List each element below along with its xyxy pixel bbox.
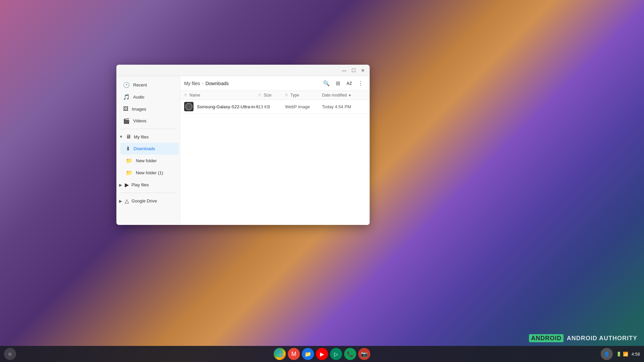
search-icon: 🔍: [323, 80, 330, 86]
sidebar-myfiles-label: My files: [134, 134, 149, 139]
taskbar-left: ○: [4, 348, 16, 360]
googledrive-expand-arrow: ▶: [119, 199, 122, 203]
breadcrumb-separator: ›: [202, 81, 203, 86]
watermark-authority: ANDROID AUTHORITY: [567, 335, 637, 342]
taskbar-right: 👤 🔋 📶 4:58: [601, 348, 640, 360]
playfiles-icon: ▶: [125, 182, 129, 188]
launcher-icon: ○: [8, 351, 12, 358]
file-row[interactable]: Ssmsung-Galaxy-S22-Ultra-in-front-of-pai…: [180, 100, 370, 114]
downloads-icon: ⬇: [126, 145, 130, 152]
file-name: Ssmsung-Galaxy-S22-Ultra-in-front-of-pai…: [197, 104, 258, 109]
col-type-grip: ⠿: [285, 93, 288, 98]
maximize-button[interactable]: ☐: [350, 66, 358, 74]
audio-icon: 🎵: [123, 94, 130, 100]
myfiles-folder-icon: 🖥: [126, 134, 131, 140]
file-list-header: ⠿ Name ⠿ Size ⠿ Type Date modified ▼: [180, 91, 370, 100]
col-size-label: Size: [264, 93, 271, 98]
recent-icon: 🕐: [123, 82, 130, 88]
avatar-icon: 👤: [604, 351, 609, 357]
launcher-button[interactable]: ○: [4, 348, 16, 360]
taskbar-camera[interactable]: 📷: [358, 348, 370, 360]
window-controls: — ☐ ✕: [340, 66, 367, 74]
taskbar-gmail[interactable]: M: [288, 348, 300, 360]
sidebar-item-new-folder-1[interactable]: 📁 New folder (1): [120, 167, 178, 179]
col-modified-label: Date modified: [322, 93, 347, 98]
sidebar-item-recent[interactable]: 🕐 Recent: [118, 79, 178, 91]
file-thumbnail: [184, 102, 194, 111]
taskbar-playstore[interactable]: ▷: [330, 348, 342, 360]
taskbar-center: 🌐 M 📁 ▶ ▷ 📞 📷: [274, 348, 370, 360]
sidebar-googledrive-header[interactable]: ▶ △ Google Drive: [116, 195, 180, 207]
col-name-grip: ⠿: [184, 93, 187, 98]
sidebar-item-new-folder[interactable]: 📁 New folder: [120, 155, 178, 167]
watermark: ANDROID ANDROID AUTHORITY: [529, 335, 637, 342]
sidebar-item-audio[interactable]: 🎵 Audio: [118, 91, 178, 103]
taskbar-files[interactable]: 📁: [302, 348, 314, 360]
file-size: 13 KB: [258, 104, 285, 109]
wifi-icon: 📶: [623, 352, 628, 357]
files-icon: 📁: [305, 351, 311, 357]
taskbar-chrome[interactable]: 🌐: [274, 348, 286, 360]
more-icon: ⋮: [358, 80, 363, 86]
file-thumb-inner: [185, 103, 193, 110]
sidebar-item-videos-label: Videos: [133, 118, 147, 123]
sidebar-myfiles-children: ⬇ Downloads 📁 New folder 📁 New folder (1…: [119, 143, 180, 179]
phone-icon: 📞: [347, 351, 354, 357]
taskbar-status-icons: 🔋 📶: [616, 352, 628, 357]
sidebar-item-videos[interactable]: 🎬 Videos: [118, 115, 178, 127]
col-name-label: Name: [190, 93, 200, 98]
minimize-button[interactable]: —: [340, 66, 348, 74]
sidebar: 🕐 Recent 🎵 Audio 🖼 Images 🎬 Videos ▼ 🖥 M…: [116, 76, 180, 225]
sidebar-item-downloads-label: Downloads: [133, 146, 155, 151]
sidebar-playfiles-label: Play files: [131, 182, 149, 187]
new-folder-1-icon: 📁: [126, 170, 132, 176]
sidebar-item-new-folder-label: New folder: [136, 158, 157, 163]
googledrive-icon: △: [125, 198, 129, 204]
breadcrumb-parent[interactable]: My files: [184, 81, 200, 86]
watermark-android: ANDROID: [529, 334, 564, 342]
sidebar-item-audio-label: Audio: [133, 95, 144, 100]
header-actions: 🔍 ⊞ AZ ⋮: [321, 78, 366, 88]
sidebar-item-recent-label: Recent: [133, 82, 147, 87]
col-header-name[interactable]: ⠿ Name: [184, 93, 258, 98]
col-header-type[interactable]: ⠿ Type: [285, 93, 322, 98]
sort-button[interactable]: AZ: [344, 78, 354, 88]
videos-icon: 🎬: [123, 118, 130, 124]
taskbar-phone[interactable]: 📞: [344, 348, 356, 360]
new-folder-icon: 📁: [126, 158, 132, 164]
grid-view-button[interactable]: ⊞: [333, 78, 343, 88]
col-header-size[interactable]: ⠿ Size: [258, 93, 285, 98]
sidebar-divider-1: [120, 129, 176, 129]
sidebar-myfiles-header[interactable]: ▼ 🖥 My files: [116, 131, 180, 142]
chrome-icon: 🌐: [276, 350, 283, 358]
youtube-icon: ▶: [320, 351, 324, 357]
file-type: WebP image: [285, 104, 322, 109]
main-area: 🕐 Recent 🎵 Audio 🖼 Images 🎬 Videos ▼ 🖥 M…: [116, 76, 370, 225]
taskbar-youtube[interactable]: ▶: [316, 348, 328, 360]
title-bar: — ☐ ✕: [116, 65, 370, 76]
sidebar-item-downloads[interactable]: ⬇ Downloads: [120, 143, 178, 155]
close-button[interactable]: ✕: [359, 66, 367, 74]
content-header: My files › Downloads 🔍 ⊞ AZ ⋮: [180, 76, 370, 91]
playfiles-expand-arrow: ▶: [119, 183, 122, 187]
images-icon: 🖼: [123, 106, 128, 112]
taskbar: ○ 🌐 M 📁 ▶ ▷ 📞 📷 👤 🔋 📶: [0, 346, 644, 362]
content-area: My files › Downloads 🔍 ⊞ AZ ⋮: [180, 76, 370, 225]
sidebar-playfiles-header[interactable]: ▶ ▶ Play files: [116, 179, 180, 191]
search-button[interactable]: 🔍: [321, 78, 331, 88]
sidebar-item-images[interactable]: 🖼 Images: [118, 103, 178, 115]
sidebar-divider-2: [120, 193, 176, 193]
col-type-label: Type: [290, 93, 299, 98]
sidebar-item-images-label: Images: [132, 107, 146, 112]
taskbar-time: 4:58: [632, 352, 640, 357]
grid-icon: ⊞: [336, 80, 340, 86]
taskbar-avatar[interactable]: 👤: [601, 348, 613, 360]
sort-desc-icon: ▼: [348, 94, 352, 97]
camera-icon: 📷: [361, 351, 368, 357]
col-size-grip: ⠿: [258, 93, 261, 98]
gmail-icon: M: [291, 351, 297, 358]
file-manager-window: — ☐ ✕ 🕐 Recent 🎵 Audio 🖼 Images 🎬 Videos: [116, 65, 370, 225]
more-button[interactable]: ⋮: [356, 78, 366, 88]
breadcrumb: My files › Downloads: [184, 81, 319, 86]
col-header-modified[interactable]: Date modified ▼: [322, 93, 366, 98]
